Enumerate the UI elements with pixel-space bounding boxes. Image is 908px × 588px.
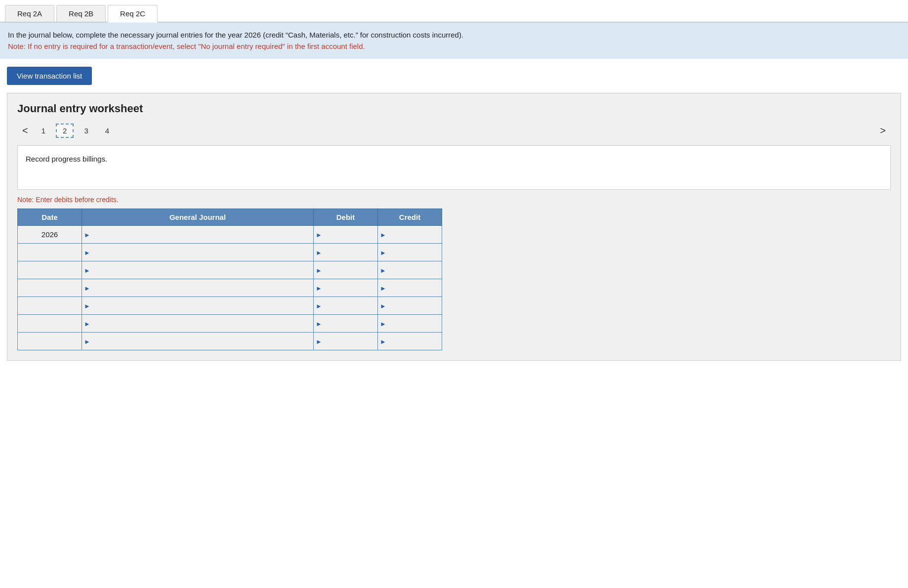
journal-cell-3[interactable]: ► [82, 261, 314, 279]
step-1[interactable]: 1 [35, 124, 52, 137]
credit-cell-1[interactable]: ► [378, 226, 442, 244]
journal-cell-4[interactable]: ► [82, 279, 314, 297]
journal-input-1[interactable] [82, 226, 313, 243]
table-row: ► ► ► [18, 279, 442, 297]
credit-input-6[interactable] [378, 315, 442, 332]
step-4[interactable]: 4 [99, 124, 116, 137]
instruction-note-text: Note: If no entry is required for a tran… [8, 42, 365, 50]
debit-input-3[interactable] [314, 261, 377, 279]
next-step-button[interactable]: > [875, 123, 891, 138]
worksheet-container: Journal entry worksheet < 1 2 3 4 > Reco… [7, 93, 901, 361]
credit-cell-6[interactable]: ► [378, 315, 442, 333]
credit-input-5[interactable] [378, 297, 442, 314]
debit-input-5[interactable] [314, 297, 377, 314]
table-row: ► ► ► [18, 297, 442, 315]
date-cell-2 [18, 244, 82, 261]
debit-cell-7[interactable]: ► [314, 333, 378, 350]
instruction-main-text: In the journal below, complete the neces… [8, 31, 463, 39]
credit-cell-7[interactable]: ► [378, 333, 442, 350]
tab-req2c[interactable]: Req 2C [108, 5, 158, 23]
header-credit: Credit [378, 209, 442, 226]
credit-cell-5[interactable]: ► [378, 297, 442, 315]
table-row: ► ► ► [18, 315, 442, 333]
debit-cell-5[interactable]: ► [314, 297, 378, 315]
date-cell-6 [18, 315, 82, 333]
credit-input-2[interactable] [378, 244, 442, 261]
credit-cell-4[interactable]: ► [378, 279, 442, 297]
debit-cell-4[interactable]: ► [314, 279, 378, 297]
journal-cell-2[interactable]: ► [82, 244, 314, 261]
header-date: Date [18, 209, 82, 226]
date-cell-7 [18, 333, 82, 350]
journal-input-4[interactable] [82, 279, 313, 296]
journal-cell-5[interactable]: ► [82, 297, 314, 315]
table-row: ► ► ► [18, 244, 442, 261]
journal-cell-1[interactable]: ► [82, 226, 314, 244]
record-description-box: Record progress billings. [17, 145, 891, 190]
debit-input-7[interactable] [314, 333, 377, 350]
debit-input-6[interactable] [314, 315, 377, 332]
step-2[interactable]: 2 [56, 124, 74, 138]
journal-input-6[interactable] [82, 315, 313, 332]
instruction-box: In the journal below, complete the neces… [0, 23, 908, 59]
tab-bar: Req 2A Req 2B Req 2C [0, 0, 908, 23]
debit-cell-1[interactable]: ► [314, 226, 378, 244]
credit-input-3[interactable] [378, 261, 442, 279]
header-debit: Debit [314, 209, 378, 226]
journal-cell-6[interactable]: ► [82, 315, 314, 333]
debit-cell-6[interactable]: ► [314, 315, 378, 333]
credit-input-4[interactable] [378, 279, 442, 296]
step-3[interactable]: 3 [78, 124, 94, 137]
table-row: ► ► ► [18, 261, 442, 279]
date-cell-5 [18, 297, 82, 315]
debit-input-4[interactable] [314, 279, 377, 296]
journal-cell-7[interactable]: ► [82, 333, 314, 350]
step-navigator: < 1 2 3 4 > [17, 123, 891, 138]
journal-input-5[interactable] [82, 297, 313, 314]
credit-input-7[interactable] [378, 333, 442, 350]
debit-cell-3[interactable]: ► [314, 261, 378, 279]
debit-cell-2[interactable]: ► [314, 244, 378, 261]
journal-input-2[interactable] [82, 244, 313, 261]
credit-input-1[interactable] [378, 226, 442, 243]
debit-input-2[interactable] [314, 244, 377, 261]
debit-input-1[interactable] [314, 226, 377, 243]
date-cell-1: 2026 [18, 226, 82, 244]
note-debits: Note: Enter debits before credits. [17, 196, 891, 204]
tab-req2b[interactable]: Req 2B [56, 5, 106, 22]
table-row: ► ► ► [18, 333, 442, 350]
journal-table: Date General Journal Debit Credit 2026 ►… [17, 209, 442, 350]
journal-input-7[interactable] [82, 333, 313, 350]
credit-cell-2[interactable]: ► [378, 244, 442, 261]
prev-step-button[interactable]: < [17, 123, 33, 138]
header-general-journal: General Journal [82, 209, 314, 226]
journal-input-3[interactable] [82, 261, 313, 279]
view-transaction-button[interactable]: View transaction list [7, 67, 92, 85]
date-cell-3 [18, 261, 82, 279]
date-cell-4 [18, 279, 82, 297]
tab-req2a[interactable]: Req 2A [5, 5, 54, 22]
credit-cell-3[interactable]: ► [378, 261, 442, 279]
table-row: 2026 ► ► ► [18, 226, 442, 244]
worksheet-title: Journal entry worksheet [17, 102, 891, 115]
record-description-text: Record progress billings. [26, 155, 107, 163]
